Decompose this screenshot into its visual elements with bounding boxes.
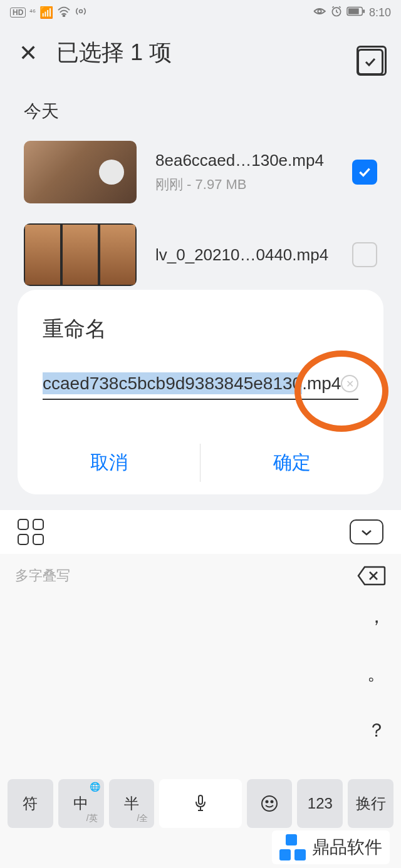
clear-input-icon[interactable]: ✕ [341,375,358,392]
enter-key[interactable]: 换行 [348,779,393,828]
svg-point-2 [318,9,321,13]
keyboard-toolbar [0,510,401,554]
signal-bars-icon: 📶 [39,6,53,19]
keyboard-collapse-icon[interactable] [350,519,383,544]
keyboard-area: 多字叠写 ， 。 ？ ！ 符 中/英🌐 半/全 123 换行 [0,554,401,868]
svg-point-12 [271,801,273,803]
file-checkbox[interactable] [352,242,377,267]
rename-input[interactable]: ccaed738c5bcb9d9383845e8130.mp4 ✕ [43,369,358,400]
page-title: 已选择 1 项 [56,38,172,68]
voice-input-key[interactable] [159,779,241,828]
symbol-key[interactable]: ？ [367,718,386,743]
video-thumbnail [24,223,137,286]
close-icon[interactable]: ✕ [19,40,38,66]
rename-dialog: 重命名 ccaed738c5bcb9d9383845e8130.mp4 ✕ 取消… [18,290,383,494]
clock-time: 8:10 [369,6,391,19]
svg-rect-6 [363,9,365,13]
emoji-key[interactable] [247,779,293,828]
watermark-icon [279,834,306,860]
cancel-button[interactable]: 取消 [18,431,200,494]
keyboard-menu-icon[interactable] [18,519,45,545]
symbol-mode-key[interactable]: 符 [8,779,53,828]
watermark-text: 鼎品软件 [312,835,382,859]
globe-icon: 🌐 [90,782,100,792]
wifi-icon [57,6,71,20]
svg-point-11 [266,801,268,803]
symbol-key[interactable]: ， [367,604,386,630]
file-name: 8ea6ccaed…130e.mp4 [155,151,333,170]
alarm-icon [330,5,343,21]
width-key[interactable]: 半/全 [109,779,155,828]
signal-icon: ⁴⁶ [29,8,36,17]
input-selected-text: ccaed738c5bcb9d9383845e8130 [43,372,302,394]
svg-point-10 [262,796,277,811]
svg-point-1 [80,9,83,13]
file-item[interactable]: 8ea6ccaed…130e.mp4 刚刚 - 7.97 MB [0,131,401,213]
svg-rect-9 [199,795,202,804]
dialog-title: 重命名 [18,315,383,369]
file-name: lv_0_20210…0440.mp4 [155,245,333,265]
svg-rect-5 [348,8,359,14]
keyboard-hint: 多字叠写 [15,566,70,585]
battery-icon [346,6,365,19]
section-today: 今天 [0,81,401,131]
hd-icon: HD [10,8,26,18]
svg-point-0 [63,14,65,16]
hotspot-icon [75,5,87,21]
file-item[interactable]: lv_0_20210…0440.mp4 [0,213,401,296]
language-key[interactable]: 中/英🌐 [58,779,104,828]
eye-icon [313,6,326,19]
confirm-button[interactable]: 确定 [200,431,383,494]
status-bar: HD ⁴⁶ 📶 8:10 [0,0,401,25]
number-key[interactable]: 123 [297,779,343,828]
select-all-button[interactable] [357,49,383,75]
selection-header: ✕ 已选择 1 项 [0,25,401,81]
watermark: 鼎品软件 [272,830,390,864]
input-extension: .mp4 [302,374,341,393]
file-checkbox[interactable] [352,160,377,185]
symbol-key[interactable]: 。 [367,661,386,687]
keyboard-symbol-column: ， 。 ？ ！ [367,604,386,800]
backspace-key[interactable] [356,564,386,587]
video-thumbnail [24,141,137,203]
file-meta: 刚刚 - 7.97 MB [155,175,333,194]
